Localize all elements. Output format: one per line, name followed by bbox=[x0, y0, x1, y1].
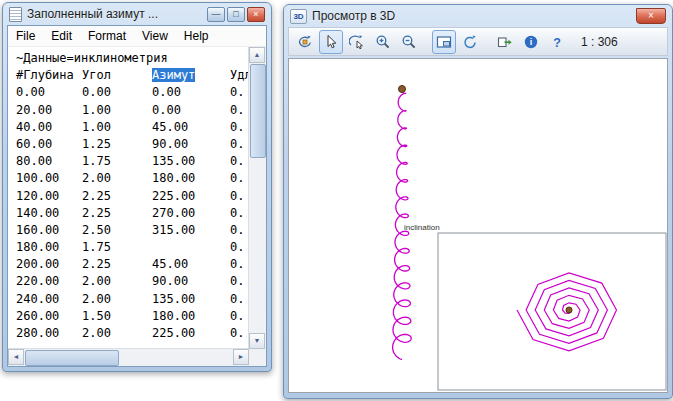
maximize-button[interactable]: □ bbox=[227, 7, 245, 22]
selected-text: Азимут bbox=[152, 68, 195, 82]
scroll-up-arrow-icon[interactable]: ▲ bbox=[249, 47, 265, 63]
close-button[interactable]: × bbox=[636, 8, 666, 24]
cell: 0. bbox=[230, 85, 244, 99]
cell: 0. bbox=[230, 257, 244, 271]
plan-view-center-marker bbox=[566, 307, 572, 313]
cell: 270.00 bbox=[152, 205, 230, 222]
cell: 20.00 bbox=[16, 102, 82, 119]
help-icon: ? bbox=[549, 34, 565, 50]
cell: 260.00 bbox=[16, 308, 82, 325]
cell: 0. bbox=[230, 154, 244, 168]
cell: 90.00 bbox=[152, 273, 230, 290]
data-row: 140.002.25270.000. bbox=[16, 205, 249, 222]
cell: 225.00 bbox=[152, 325, 230, 342]
cell: 45.00 bbox=[152, 256, 230, 273]
rotate-view-tool-button[interactable] bbox=[345, 30, 369, 54]
help-button[interactable]: ? bbox=[545, 30, 569, 54]
3d-scene[interactable]: inclination bbox=[289, 59, 667, 392]
vertical-scrollbar[interactable]: ▲ ▼ bbox=[248, 47, 266, 349]
3d-viewer-toolbar: i ? 1 : 306 bbox=[288, 27, 668, 56]
refresh-icon bbox=[462, 34, 478, 50]
cell: 120.00 bbox=[16, 188, 82, 205]
data-row: 200.002.2545.000. bbox=[16, 256, 249, 273]
cell: 2.00 bbox=[82, 325, 152, 342]
3d-canvas[interactable]: inclination bbox=[288, 58, 668, 393]
cell: 0. bbox=[230, 223, 244, 237]
minimize-button[interactable]: — bbox=[207, 7, 225, 22]
cell: 0. bbox=[230, 326, 244, 340]
notepad-window: Заполненный азимут ... — □ × FileEditFor… bbox=[2, 2, 272, 372]
cell: 0. bbox=[230, 274, 244, 288]
cell: 0. bbox=[230, 171, 244, 185]
menu-item-format[interactable]: Format bbox=[80, 27, 134, 45]
data-rows: 0.000.000.000.20.001.000.000.40.001.0045… bbox=[16, 84, 249, 342]
cell: 0. bbox=[230, 309, 244, 323]
notepad-titlebar[interactable]: Заполненный азимут ... — □ × bbox=[3, 3, 271, 25]
column-header-line: #ГлубинаУголАзимутУдлин bbox=[16, 67, 249, 84]
cell: 2.25 bbox=[82, 256, 152, 273]
data-row: 160.002.50315.000. bbox=[16, 222, 249, 239]
data-row: 60.001.2590.000. bbox=[16, 136, 249, 153]
scrollbar-corner bbox=[249, 349, 266, 366]
document-line: ~Данные=инклинометрия bbox=[16, 50, 249, 67]
menu-item-view[interactable]: View bbox=[134, 27, 176, 45]
cell: 135.00 bbox=[152, 153, 230, 170]
cell: 180.00 bbox=[16, 239, 82, 256]
cell: 280.00 bbox=[16, 325, 82, 342]
select-tool-button[interactable] bbox=[319, 30, 343, 54]
cell: 0.00 bbox=[16, 84, 82, 101]
document-text-area[interactable]: ~Данные=инклинометрия #ГлубинаУголАзимут… bbox=[8, 47, 249, 349]
info-icon: i bbox=[523, 34, 539, 50]
cell: 135.00 bbox=[152, 291, 230, 308]
header-depth: #Глубина bbox=[16, 67, 82, 84]
3d-viewer-icon: 3D bbox=[290, 9, 307, 24]
cell: 60.00 bbox=[16, 136, 82, 153]
cell: 2.00 bbox=[82, 291, 152, 308]
cell: 220.00 bbox=[16, 273, 82, 290]
zoom-in-button[interactable] bbox=[371, 30, 395, 54]
data-row: 180.001.750. bbox=[16, 239, 249, 256]
info-button[interactable]: i bbox=[519, 30, 543, 54]
horizontal-scrollbar[interactable]: ◄ ► bbox=[8, 348, 249, 366]
scroll-right-arrow-icon[interactable]: ► bbox=[233, 349, 249, 365]
rotate-cursor-icon bbox=[349, 34, 365, 50]
scroll-down-arrow-icon[interactable]: ▼ bbox=[249, 333, 265, 349]
cell: 1.00 bbox=[82, 119, 152, 136]
cell: 1.75 bbox=[82, 153, 152, 170]
menu-item-help[interactable]: Help bbox=[176, 27, 217, 45]
cell: 180.00 bbox=[152, 308, 230, 325]
header-azimuth: Азимут bbox=[152, 67, 230, 84]
cell: 180.00 bbox=[152, 170, 230, 187]
refresh-button[interactable] bbox=[458, 30, 482, 54]
cell: 90.00 bbox=[152, 136, 230, 153]
cell: 140.00 bbox=[16, 205, 82, 222]
zoom-out-icon bbox=[401, 34, 417, 50]
export-button[interactable] bbox=[493, 30, 517, 54]
cell: 0. bbox=[230, 292, 244, 306]
data-row: 280.002.00225.000. bbox=[16, 325, 249, 342]
cell: 1.75 bbox=[82, 239, 152, 256]
header-elongation: Удлин bbox=[230, 68, 249, 82]
cell: 1.00 bbox=[82, 102, 152, 119]
inclination-label: inclination bbox=[404, 223, 440, 232]
3d-viewer-window-title: Просмотр в 3D bbox=[312, 9, 631, 23]
cell: 0. bbox=[230, 206, 244, 220]
close-button[interactable]: × bbox=[247, 7, 265, 22]
cell: 2.00 bbox=[82, 170, 152, 187]
menu-item-file[interactable]: File bbox=[8, 27, 43, 45]
scroll-left-arrow-icon[interactable]: ◄ bbox=[8, 349, 24, 365]
cell: 80.00 bbox=[16, 153, 82, 170]
cell: 0. bbox=[230, 120, 244, 134]
menu-item-edit[interactable]: Edit bbox=[43, 27, 80, 45]
zoom-out-button[interactable] bbox=[397, 30, 421, 54]
3d-viewer-titlebar[interactable]: 3D Просмотр в 3D × bbox=[284, 5, 672, 27]
data-row: 260.001.50180.000. bbox=[16, 308, 249, 325]
cell: 240.00 bbox=[16, 291, 82, 308]
cell: 2.25 bbox=[82, 188, 152, 205]
horizontal-scrollbar-thumb[interactable] bbox=[25, 350, 119, 366]
orbit-tool-button[interactable] bbox=[293, 30, 317, 54]
cell: 2.50 bbox=[82, 222, 152, 239]
inset-view-toggle-button[interactable] bbox=[432, 30, 456, 54]
vertical-scrollbar-thumb[interactable] bbox=[250, 64, 266, 158]
orbit-icon bbox=[297, 34, 313, 50]
